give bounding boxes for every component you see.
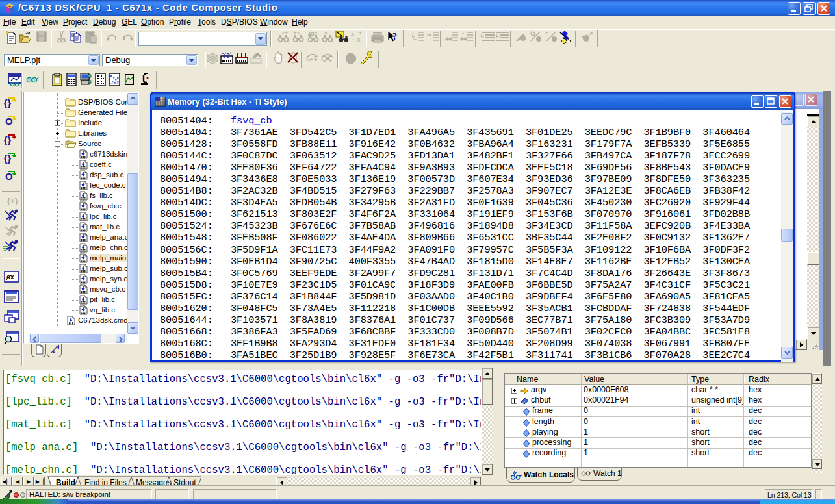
- svg-text:{}: {}: [4, 135, 11, 145]
- svg-text:ox: ox: [6, 273, 14, 281]
- svg-text:{}: {}: [4, 153, 11, 164]
- svg-text:A: A: [351, 32, 355, 38]
- svg-text:{}: {}: [4, 98, 11, 108]
- svg-text:O: O: [5, 116, 13, 127]
- svg-text:B: B: [357, 37, 360, 43]
- svg-text:O: O: [5, 171, 13, 182]
- svg-text:{+}: {+}: [7, 197, 18, 205]
- svg-text:?: ?: [392, 32, 397, 42]
